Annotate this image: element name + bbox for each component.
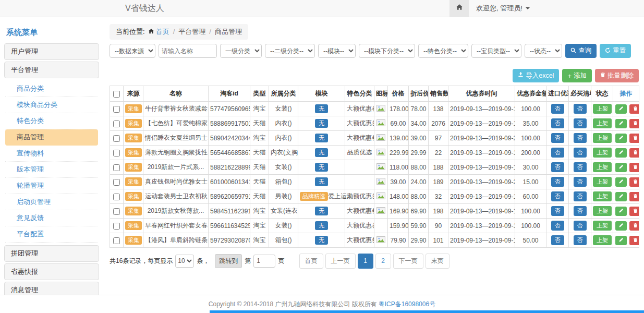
import-select-toggle[interactable]: 否: [551, 221, 564, 231]
sidebar-subitem-active[interactable]: 商品管理: [5, 129, 98, 146]
must-buy-toggle[interactable]: 否: [574, 118, 587, 128]
must-buy-toggle[interactable]: 否: [574, 177, 587, 187]
status-button[interactable]: 上架: [593, 235, 612, 245]
row-checkbox[interactable]: [113, 179, 120, 186]
jump-button[interactable]: 跳转到: [215, 254, 242, 268]
row-checkbox[interactable]: [113, 164, 120, 171]
edit-button[interactable]: [615, 148, 627, 158]
row-checkbox[interactable]: [113, 150, 120, 156]
import-select-toggle[interactable]: 否: [551, 162, 564, 172]
edit-button[interactable]: [615, 177, 627, 187]
must-buy-toggle[interactable]: 否: [574, 104, 587, 114]
edit-button[interactable]: [615, 192, 627, 201]
filter-select[interactable]: --二级分类--: [265, 44, 315, 58]
status-button[interactable]: 上架: [593, 177, 612, 187]
row-checkbox[interactable]: [113, 135, 120, 142]
delete-button[interactable]: [629, 163, 639, 172]
pager-page-2[interactable]: 2: [375, 254, 391, 269]
delete-button[interactable]: [629, 104, 639, 114]
status-button[interactable]: 上架: [593, 206, 612, 216]
delete-button[interactable]: [629, 148, 639, 158]
sidebar-subitem[interactable]: 意见反馈: [5, 210, 98, 226]
sidebar-subitem[interactable]: 平台配置: [5, 226, 98, 243]
must-buy-toggle[interactable]: 否: [574, 206, 587, 216]
status-button[interactable]: 上架: [593, 118, 612, 128]
sidebar-group-platform[interactable]: 平台管理: [4, 62, 99, 78]
add-button[interactable]: + 添加: [562, 69, 592, 82]
pager-prev[interactable]: 上一页: [325, 254, 356, 269]
edit-button[interactable]: [615, 221, 627, 231]
sidebar-group[interactable]: 省惠快报: [4, 263, 99, 280]
edit-button[interactable]: [615, 104, 627, 114]
pager-next[interactable]: 下一页: [393, 254, 423, 269]
delete-button[interactable]: [629, 119, 639, 128]
import-select-toggle[interactable]: 否: [551, 206, 564, 216]
filter-select[interactable]: 一级分类: [220, 44, 262, 58]
status-button[interactable]: 上架: [593, 191, 612, 201]
must-buy-toggle[interactable]: 否: [574, 221, 587, 231]
pager-page-1[interactable]: 1: [358, 254, 373, 269]
filter-select[interactable]: --特色分类--: [418, 44, 468, 58]
import-select-toggle[interactable]: 否: [551, 133, 564, 143]
import-select-toggle[interactable]: 否: [551, 177, 564, 187]
import-select-toggle[interactable]: 否: [551, 191, 564, 201]
filter-select[interactable]: --模块--: [318, 44, 356, 58]
row-checkbox[interactable]: [113, 121, 120, 127]
sidebar-subitem[interactable]: 模块商品分类: [5, 97, 98, 113]
sidebar-subitem[interactable]: 宣传物料: [5, 146, 98, 162]
must-buy-toggle[interactable]: 否: [574, 162, 587, 172]
filter-select[interactable]: --状态--: [525, 44, 562, 58]
home-button[interactable]: [449, 0, 469, 17]
edit-button[interactable]: [615, 236, 627, 245]
status-button[interactable]: 上架: [593, 148, 612, 158]
name-search-input[interactable]: [159, 44, 217, 58]
delete-button[interactable]: [629, 134, 639, 143]
must-buy-toggle[interactable]: 否: [574, 191, 587, 201]
status-button[interactable]: 上架: [593, 221, 612, 231]
row-checkbox[interactable]: [113, 237, 120, 244]
delete-button[interactable]: [629, 192, 639, 201]
import-select-toggle[interactable]: 否: [551, 148, 564, 158]
must-buy-toggle[interactable]: 否: [574, 133, 587, 143]
delete-button[interactable]: [629, 221, 639, 231]
row-checkbox[interactable]: [113, 208, 120, 215]
row-checkbox[interactable]: [113, 194, 120, 200]
status-button[interactable]: 上架: [593, 162, 612, 172]
sidebar-subitem[interactable]: 启动页管理: [5, 194, 98, 210]
pager-last[interactable]: 末页: [426, 254, 449, 269]
sidebar-group-users[interactable]: 用户管理: [4, 43, 99, 60]
icp-link[interactable]: 粤ICP备16098006号: [379, 300, 435, 309]
reset-button[interactable]: 重置: [600, 44, 631, 58]
sidebar-subitem[interactable]: 商品分类: [5, 81, 98, 97]
pager-first[interactable]: 首页: [299, 254, 323, 269]
must-buy-toggle[interactable]: 否: [574, 235, 587, 245]
batch-delete-button[interactable]: 批量删除: [595, 69, 639, 82]
import-excel-button[interactable]: 导入excel: [513, 69, 559, 82]
edit-button[interactable]: [615, 163, 627, 172]
import-select-toggle[interactable]: 否: [551, 235, 564, 245]
delete-button[interactable]: [629, 236, 639, 245]
sidebar-subitem[interactable]: 轮播管理: [5, 178, 98, 194]
sidebar-group[interactable]: 拼团管理: [4, 245, 99, 262]
sidebar-subitem[interactable]: 特色分类: [5, 113, 98, 129]
search-button[interactable]: 查询: [565, 44, 597, 58]
sidebar-subitem[interactable]: 版本管理: [5, 162, 98, 178]
import-select-toggle[interactable]: 否: [551, 118, 564, 128]
import-select-toggle[interactable]: 否: [551, 104, 564, 114]
status-button[interactable]: 上架: [593, 133, 612, 143]
filter-select[interactable]: --模块下分类--: [359, 44, 415, 58]
row-checkbox[interactable]: [113, 106, 120, 113]
filter-select-data-source[interactable]: --数据来源--: [110, 44, 155, 58]
per-page-select[interactable]: 10: [175, 255, 194, 268]
breadcrumb-home-link[interactable]: 首页: [156, 28, 169, 35]
edit-button[interactable]: [615, 207, 627, 216]
jump-page-input[interactable]: [253, 255, 275, 268]
delete-button[interactable]: [629, 207, 639, 216]
filter-select[interactable]: --宝贝类型--: [471, 44, 521, 58]
user-menu[interactable]: 欢迎您, 管理员!: [469, 0, 537, 17]
row-checkbox[interactable]: [113, 223, 120, 230]
status-button[interactable]: 上架: [593, 104, 612, 114]
select-all-checkbox[interactable]: [113, 91, 120, 98]
edit-button[interactable]: [615, 119, 627, 128]
edit-button[interactable]: [615, 134, 627, 143]
